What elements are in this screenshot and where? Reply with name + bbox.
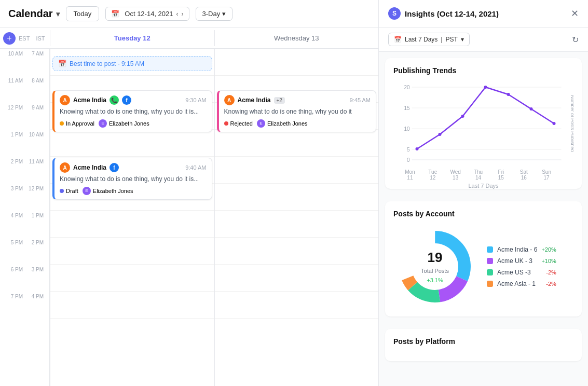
tuesday-column: 📅 Best time to post - 9:15 AM A Acme Ind… (50, 49, 214, 386)
view-mode-text: 3-Day (202, 10, 221, 18)
calendar-title-text: Calendar (8, 8, 53, 20)
user-badge: E Elizabeth Jones (99, 119, 149, 128)
calendar-small-icon: 📅 (58, 60, 66, 67)
legend: Acme India - 6 +20% Acme UK - 3 +10% Acm… (487, 246, 556, 287)
x-label-sun: Sun17 (535, 169, 558, 181)
legend-dot-asia (487, 281, 493, 287)
posts-by-account-title: Posts by Account (393, 210, 573, 218)
event-time: 9:40 AM (185, 164, 206, 171)
time-row: 4 PM 1 PM (0, 211, 49, 238)
insights-title: S Insights (Oct 12-14, 2021) (388, 7, 499, 20)
tz-label: PST (446, 36, 458, 43)
separator: | (441, 36, 442, 43)
event-footer: Draft E Elizabeth Jones (60, 187, 207, 195)
view-chevron-icon: ▾ (222, 10, 226, 18)
event-content: Knowing what to do is one thing, why you… (60, 175, 207, 184)
phone-icon: 📞 (110, 95, 119, 105)
insights-header: S Insights (Oct 12-14, 2021) ✕ (379, 0, 588, 27)
event-card[interactable]: A Acme India 📞 f 9:30 AM Knowing what to… (52, 90, 212, 132)
column-tuesday[interactable]: Tuesday 12 (50, 30, 214, 46)
svg-point-17 (553, 122, 556, 125)
user-badge: E Elizabeth Jones (83, 187, 133, 195)
donut-label: Total Posts (421, 268, 449, 274)
event-card[interactable]: A Acme India f 9:40 AM Knowing what to d… (52, 158, 212, 200)
event-header: A Acme India f 9:40 AM (60, 162, 207, 173)
filter-label: Last 7 Days (405, 36, 437, 43)
event-card[interactable]: A Acme India +2 9:45 AM Knowing what to … (217, 90, 377, 132)
view-selector[interactable]: 3-Day ▾ (196, 7, 233, 21)
insights-logo: S (388, 7, 401, 20)
time-column: 10 AM 7 AM 11 AM 8 AM 12 PM 9 AM 1 PM 10… (0, 49, 50, 386)
prev-arrow[interactable]: ‹ (176, 10, 179, 18)
status-text: Draft (66, 188, 78, 194)
time-row: 3 PM 12 PM (0, 184, 49, 211)
svg-point-15 (507, 93, 510, 96)
today-button[interactable]: Today (66, 6, 100, 21)
filter-chevron-icon: ▾ (461, 36, 464, 43)
event-acme-india-945[interactable]: A Acme India +2 9:45 AM Knowing what to … (217, 90, 377, 132)
date-range-text: Oct 12-14, 2021 (125, 10, 173, 18)
event-acme-india-940[interactable]: A Acme India f 9:40 AM Knowing what to d… (52, 158, 212, 200)
best-time-container: 📅 Best time to post - 9:15 AM (52, 56, 212, 73)
svg-point-14 (484, 86, 487, 89)
event-content: Knowing what to do is one thing, why you… (224, 107, 371, 116)
column-headers: + EST IST Tuesday 12 Wednesday 13 (0, 28, 378, 49)
x-label-tue: Tue12 (421, 169, 444, 181)
publishing-trends-chart: 20 15 10 5 0 Number of Posts Published (393, 82, 573, 165)
legend-label-india: Acme India - 6 (497, 246, 537, 253)
calendar-filter-icon: 📅 (394, 36, 402, 43)
insights-title-text: Insights (Oct 12-14, 2021) (405, 9, 499, 18)
calendar-title: Calendar ▾ (8, 8, 60, 20)
calendar-chevron-icon[interactable]: ▾ (56, 10, 60, 18)
event-footer: Rejected E Elizabeth Jones (224, 119, 371, 128)
ist-label: IST (33, 32, 48, 45)
time-row: 5 PM 2 PM (0, 238, 49, 265)
time-row: 6 PM 3 PM (0, 265, 49, 292)
next-arrow[interactable]: › (182, 10, 184, 18)
legend-label-us: Acme US -3 (497, 269, 531, 276)
date-range-filter[interactable]: 📅 Last 7 Days | PST ▾ (388, 33, 470, 46)
status-badge-approval: In Approval (60, 120, 94, 127)
donut-chart: 19 Total Posts +3.1% (393, 225, 476, 308)
legend-pct-india: +20% (541, 246, 556, 253)
x-label-wed: Wed13 (444, 169, 467, 181)
time-row: 7 PM 4 PM (0, 292, 49, 319)
column-wednesday[interactable]: Wednesday 13 (214, 30, 379, 46)
account-avatar: A (60, 95, 70, 105)
account-name: Acme India (73, 164, 106, 171)
event-footer: In Approval E Elizabeth Jones (60, 119, 207, 128)
best-time-banner[interactable]: 📅 Best time to post - 9:15 AM (52, 56, 212, 71)
chart-footer: Last 7 Days (393, 183, 573, 189)
x-label-sat: Sat16 (512, 169, 535, 181)
calendar-panel: Calendar ▾ Today 📅 Oct 12-14, 2021 ‹ › 3… (0, 0, 379, 386)
posts-by-platform-title: Posts by Platform (393, 337, 573, 346)
event-header: A Acme India +2 9:45 AM (224, 95, 371, 105)
best-time-text: Best time to post - 9:15 AM (70, 60, 144, 67)
time-row: 11 AM 8 AM (0, 76, 49, 103)
svg-text:5: 5 (407, 147, 410, 153)
account-info: A Acme India f (60, 162, 119, 173)
fb-icon: f (110, 163, 119, 172)
close-button[interactable]: ✕ (571, 8, 579, 19)
account-info: A Acme India +2 (224, 95, 285, 105)
event-acme-india-930[interactable]: A Acme India 📞 f 9:30 AM Knowing what to… (52, 90, 212, 132)
donut-number: 19 (414, 250, 456, 266)
time-row: 1 PM 10 AM (0, 130, 49, 157)
user-avatar: E (257, 119, 265, 128)
user-avatar: E (83, 187, 91, 195)
x-label-fri: Fri15 (489, 169, 512, 181)
insights-panel: S Insights (Oct 12-14, 2021) ✕ 📅 Last 7 … (379, 0, 588, 386)
refresh-button[interactable]: ↻ (572, 35, 579, 45)
status-dot (60, 189, 64, 193)
chart-area: 20 15 10 5 0 Number of Posts Published (393, 82, 573, 181)
fb-icon: f (122, 95, 131, 105)
donut-area: 19 Total Posts +3.1% Acme India - 6 +20%… (393, 225, 573, 308)
add-event-button[interactable]: + (3, 32, 16, 45)
donut-sublabel: +3.1% (427, 277, 443, 283)
wednesday-column: A Acme India +2 9:45 AM Knowing what to … (214, 49, 379, 386)
legend-item-uk: Acme UK - 3 +10% (487, 257, 556, 265)
account-name: Acme India (73, 96, 106, 104)
time-row: 12 PM 9 AM (0, 103, 49, 130)
legend-item-us: Acme US -3 -2% (487, 269, 556, 276)
status-badge-draft: Draft (60, 188, 78, 194)
